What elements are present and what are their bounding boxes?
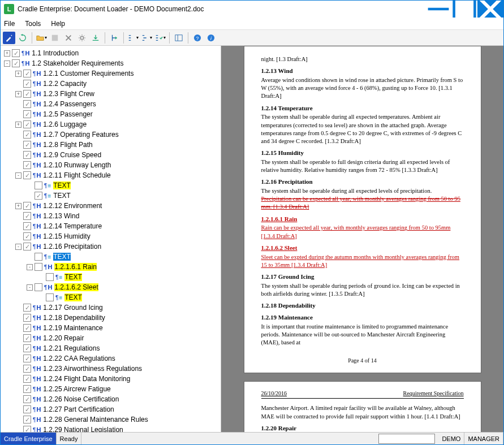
open-folder-icon[interactable]: ▾ bbox=[35, 32, 48, 44]
expand-icon[interactable]: + bbox=[15, 71, 21, 77]
tree-collapse-icon[interactable]: ▾ bbox=[127, 32, 139, 44]
refresh-icon[interactable] bbox=[16, 32, 29, 44]
menu-help[interactable]: Help bbox=[51, 20, 65, 28]
tree-node[interactable]: ¶H1.2.14 Temperature bbox=[1, 221, 221, 231]
collapse-icon[interactable]: - bbox=[27, 264, 33, 270]
expand-icon[interactable]: + bbox=[15, 203, 21, 209]
tree-label[interactable]: 1.2.10 Runway Length bbox=[43, 161, 111, 169]
tree-node[interactable]: ¶H1.2.18 Dependability bbox=[1, 313, 221, 323]
tree-label[interactable]: TEXT bbox=[53, 253, 71, 261]
tree-label[interactable]: 1.2.12 Environment bbox=[43, 202, 102, 210]
collapse-icon[interactable]: - bbox=[4, 61, 10, 67]
tree-label[interactable]: 1.2.26 Noise Certification bbox=[43, 395, 119, 403]
minimize-button[interactable] bbox=[425, 1, 451, 18]
tree-node[interactable]: ¶H1.2.25 Aircrew Fatigue bbox=[1, 384, 221, 394]
tree-label[interactable]: 1.2.2 Capacity bbox=[43, 80, 87, 88]
tree-checkbox[interactable] bbox=[23, 365, 31, 373]
step-icon[interactable] bbox=[108, 32, 120, 44]
tree-checkbox[interactable] bbox=[23, 405, 31, 413]
save-icon[interactable] bbox=[49, 32, 61, 44]
tree-label[interactable]: 1.2.19 Maintenance bbox=[43, 324, 102, 332]
tree-expand-icon[interactable]: ▾ bbox=[140, 32, 153, 44]
tree-checkbox[interactable] bbox=[23, 110, 31, 118]
tree-checkbox[interactable] bbox=[23, 161, 31, 169]
collapse-icon[interactable]: - bbox=[15, 244, 21, 250]
tree-node[interactable]: ¶≡TEXT bbox=[1, 252, 221, 262]
tree-node[interactable]: ¶H1.2.8 Flight Path bbox=[1, 140, 221, 150]
tree-checkbox[interactable] bbox=[23, 395, 31, 403]
tree-label[interactable]: TEXT bbox=[53, 182, 71, 189]
tree-node[interactable]: ¶H1.2.23 Airworthiness Regulations bbox=[1, 364, 221, 374]
tree-node[interactable]: ¶≡TEXT bbox=[1, 180, 221, 191]
tree-node[interactable]: ¶H1.2.19 Maintenance bbox=[1, 323, 221, 333]
gear-icon[interactable] bbox=[76, 32, 88, 44]
tree-label[interactable]: 1.2.18 Dependability bbox=[43, 314, 105, 322]
tree-checkbox[interactable] bbox=[23, 324, 31, 332]
expand-icon[interactable]: + bbox=[15, 122, 21, 128]
tree-label[interactable]: 1.2.6 Luggage bbox=[43, 120, 87, 128]
tree-node[interactable]: +¶H1.2.6 Luggage bbox=[1, 119, 221, 129]
tree-checkbox[interactable] bbox=[23, 100, 31, 108]
tree-label[interactable]: 1.2.13 Wind bbox=[43, 212, 79, 220]
tree-node[interactable]: ¶H1.2.17 Ground Icing bbox=[1, 303, 221, 313]
tree-checkbox[interactable] bbox=[23, 232, 31, 240]
tree-checkbox[interactable] bbox=[23, 385, 31, 393]
tree-label[interactable]: 1.2.16 Precipitation bbox=[43, 243, 101, 250]
tree-node[interactable]: -¶H1.2 Stakeholder Requirements bbox=[1, 58, 221, 68]
tree-checkbox[interactable] bbox=[23, 314, 31, 322]
tree-checkbox[interactable] bbox=[35, 263, 42, 271]
tree-node[interactable]: ¶H1.2.13 Wind bbox=[1, 211, 221, 221]
tree-node[interactable]: ¶H1.2.28 General Maintenance Rules bbox=[1, 414, 221, 425]
tree-node[interactable]: ¶H1.2.9 Cruise Speed bbox=[1, 150, 221, 160]
tree-label[interactable]: 1.2.8 Flight Path bbox=[43, 141, 92, 149]
status-entry[interactable] bbox=[378, 434, 435, 444]
tree-checkbox[interactable] bbox=[23, 344, 31, 352]
tree-node[interactable]: ¶≡TEXT bbox=[1, 292, 221, 303]
tree-label[interactable]: 1.2.7 Operating Features bbox=[43, 131, 118, 139]
tree-checkbox[interactable] bbox=[23, 70, 31, 77]
tree-label[interactable]: 1.2.4 Passengers bbox=[43, 100, 96, 108]
tree-checkbox[interactable] bbox=[35, 192, 42, 200]
tree-node[interactable]: +¶H1.1 Introduction bbox=[1, 48, 221, 58]
tree-node[interactable]: -¶H1.2.1.6.1 Rain bbox=[1, 262, 221, 272]
tree-checkbox[interactable] bbox=[23, 131, 31, 139]
maximize-button[interactable] bbox=[451, 1, 477, 18]
tree-checkbox[interactable] bbox=[23, 355, 31, 362]
tree-label[interactable]: 1.2.28 General Maintenance Rules bbox=[43, 416, 148, 424]
tree-node[interactable]: ¶H1.2.4 Passengers bbox=[1, 99, 221, 109]
tree-checkbox[interactable] bbox=[23, 334, 31, 342]
tree-label[interactable]: 1.2.1.6.1 Rain bbox=[54, 263, 97, 271]
tree-checkbox[interactable] bbox=[23, 171, 31, 179]
tree-label[interactable]: TEXT bbox=[64, 293, 82, 301]
collapse-icon[interactable]: - bbox=[27, 284, 33, 291]
tree-node[interactable]: ¶H1.2.15 Humidity bbox=[1, 231, 221, 241]
tree-node[interactable]: ¶≡TEXT bbox=[1, 191, 221, 201]
tree-checkbox[interactable] bbox=[23, 90, 31, 98]
tree-label[interactable]: 1.2.14 Temperature bbox=[43, 222, 102, 230]
menu-tools[interactable]: Tools bbox=[25, 20, 41, 28]
tree-label[interactable]: 1.2.23 Airworthiness Regulations bbox=[43, 365, 142, 373]
tree-node[interactable]: +¶H1.2.3 Flight Crew bbox=[1, 89, 221, 99]
tree-node[interactable]: ¶H1.2.26 Noise Certification bbox=[1, 394, 221, 404]
tree-node[interactable]: ¶H1.2.24 Flight Data Monitoring bbox=[1, 374, 221, 384]
tree-label[interactable]: 1.2.9 Cruise Speed bbox=[43, 151, 101, 159]
tree-checkbox[interactable] bbox=[23, 212, 31, 220]
tree-node[interactable]: -¶H1.2.11 Flight Schedule bbox=[1, 170, 221, 180]
tree-label[interactable]: 1.2.20 Repair bbox=[43, 334, 84, 342]
tree-label[interactable]: 1.2.25 Aircrew Fatigue bbox=[43, 385, 110, 393]
tree-node[interactable]: ¶H1.2.22 CAA Regulations bbox=[1, 353, 221, 364]
tree-node[interactable]: ¶H1.2.20 Repair bbox=[1, 333, 221, 343]
tree-label[interactable]: TEXT bbox=[53, 192, 71, 200]
tree-label[interactable]: 1.2.3 Flight Crew bbox=[43, 90, 94, 98]
document-pane[interactable]: night. [1.3 Draft:A] 1.2.13 Wind Average… bbox=[221, 46, 503, 432]
tree-checkbox[interactable] bbox=[12, 59, 20, 67]
tree-node[interactable]: ¶H1.2.21 Regulations bbox=[1, 343, 221, 353]
tree-label[interactable]: 1.2.22 CAA Regulations bbox=[43, 355, 115, 362]
tree-checkbox[interactable] bbox=[46, 273, 54, 281]
tree-label[interactable]: 1.2.29 National Legislation bbox=[43, 426, 123, 432]
wand-icon[interactable] bbox=[3, 32, 15, 44]
tree-label[interactable]: 1.2.11 Flight Schedule bbox=[43, 171, 110, 179]
tree-checkbox[interactable] bbox=[23, 426, 31, 432]
tree-label[interactable]: 1.2.17 Ground Icing bbox=[43, 304, 102, 312]
panel-icon[interactable] bbox=[173, 32, 185, 44]
